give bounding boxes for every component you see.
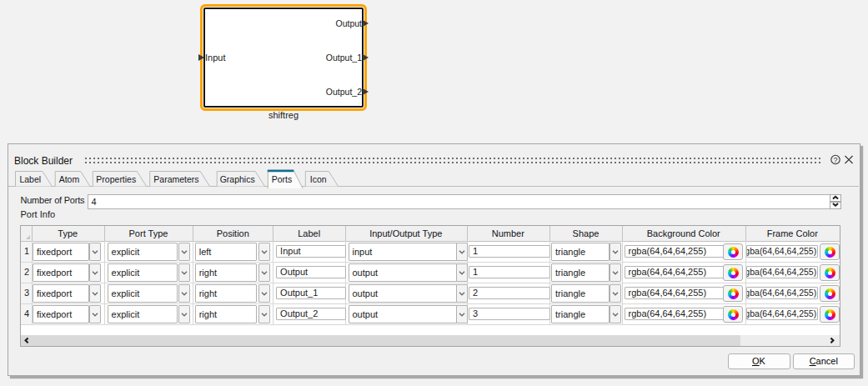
svg-text:?: ?: [833, 156, 837, 164]
